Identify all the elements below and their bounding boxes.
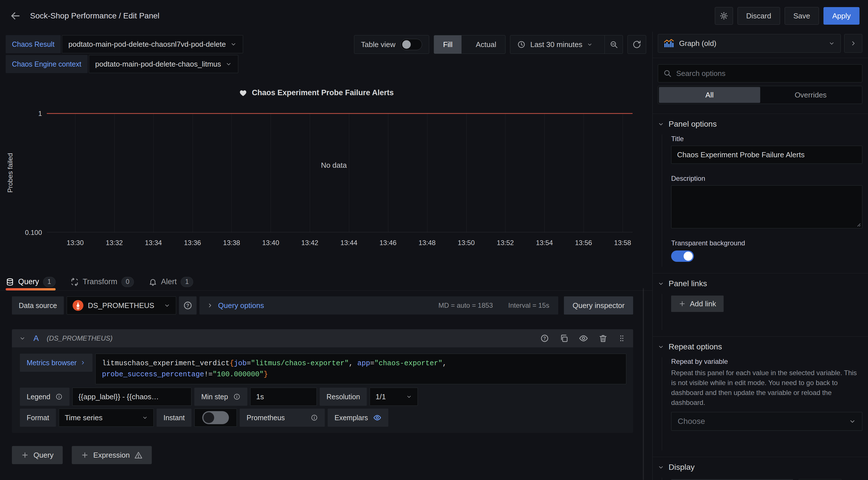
hide-query-icon[interactable] [579,334,588,343]
options-search[interactable] [658,64,862,82]
options-search-input[interactable] [676,69,857,78]
repeat-variable-select[interactable]: Choose [671,412,862,431]
add-link-button[interactable]: Add link [671,296,724,312]
repeat-help-text: Repeat this panel for each value in the … [671,368,861,408]
duplicate-query-icon[interactable] [559,334,568,343]
save-button[interactable]: Save [785,7,819,25]
transparent-bg-label: Transparent background [671,239,862,247]
query-inspector-button[interactable]: Query inspector [564,297,633,314]
time-range-group: Last 30 minutes [510,35,623,54]
back-button[interactable] [8,9,22,23]
fill-option[interactable]: Fill [434,35,462,54]
gridline [114,113,115,232]
visualization-picker[interactable]: Graph (old) [658,34,841,53]
add-query-button[interactable]: Query [12,446,63,464]
legend-format-input[interactable]: {{app_label}} - {{chaos… [72,388,191,406]
chevron-down-icon [849,418,856,425]
plus-icon [21,451,29,459]
prometheus-icon [73,300,83,311]
panel-description-input[interactable] [672,185,862,228]
x-axis-tick: 13:52 [497,239,514,247]
tab-badge: 1 [181,277,193,287]
actual-option[interactable]: Actual [467,35,505,54]
repeat-by-variable-label: Repeat by variable [671,357,862,366]
sub-toolbar: Chaos Result podtato-main-pod-delete-cha… [0,32,652,75]
query-help-icon[interactable]: ? [540,334,549,343]
table-view-control[interactable]: Table view [354,35,429,54]
variable-value-dropdown[interactable]: podtato-main-pod-delete-chaosnl7vd-pod-d… [62,35,243,53]
repeat-options-header[interactable]: Repeat options [658,342,862,351]
apply-button[interactable]: Apply [824,7,860,25]
plot-area[interactable]: No data 13:3013:3213:3413:3613:3813:4013… [47,113,632,232]
main-pane: Chaos Result podtato-main-pod-delete-cha… [0,32,652,480]
tab-alert[interactable]: Alert 1 [149,273,193,290]
variable-chaos-engine-context: Chaos Engine context podtato-main-pod-de… [6,55,243,73]
panel-settings-button[interactable] [715,7,733,25]
chevron-down-icon [829,40,835,46]
info-circle-icon [55,393,63,400]
delete-query-icon[interactable] [598,334,608,343]
display-header[interactable]: Display [658,463,862,472]
section-repeat-options: Repeat options Repeat by variable Repeat… [653,336,868,450]
chevron-down-icon [658,121,664,127]
filter-tab-overrides[interactable]: Overrides [760,87,862,103]
exemplars-eye-icon[interactable] [373,413,381,422]
transparent-bg-toggle[interactable] [671,250,694,262]
instant-toggle[interactable] [202,411,229,424]
refresh-button[interactable] [627,35,646,54]
tab-query[interactable]: Query 1 [6,273,56,290]
transform-icon [70,278,79,286]
collapse-options-button[interactable] [844,34,862,53]
panel-links-header[interactable]: Panel links [658,279,862,288]
query-row-header[interactable]: A (DS_PROMETHEUS) ? [12,329,633,347]
x-axis-tick: 13:38 [223,239,240,247]
filter-tab-all[interactable]: All [659,87,760,103]
resize-handle-icon[interactable] [856,222,861,227]
datasource-help-button[interactable]: ? [179,297,196,314]
variable-chaos-result: Chaos Result podtato-main-pod-delete-cha… [6,35,243,53]
datasource-row: Data source DS_PROMETHEUS ? Query option… [12,297,633,314]
x-axis-tick: 13:42 [301,239,318,247]
zoom-out-button[interactable] [604,35,623,54]
format-label: Format [20,409,56,427]
min-step-label: Min step [194,388,247,406]
panel-title-input[interactable] [671,146,862,164]
bell-icon [149,278,157,286]
options-filter-tabs: All Overrides [658,86,862,104]
no-data-message: No data [321,161,347,170]
discard-button[interactable]: Discard [738,7,780,25]
promql-expression-input[interactable]: litmuschaos_experiment_verdict{job="litm… [95,354,626,384]
plus-icon [81,451,89,459]
search-icon [663,69,672,78]
gridline [427,113,428,232]
chevron-down-icon [658,280,664,287]
tab-label: Alert [161,277,177,286]
y-axis-label: Probes failed [6,153,14,193]
gridline [153,113,154,232]
editor-actions-row: Query Expression [12,446,633,464]
resolution-select[interactable]: 1/1 [370,388,418,406]
metrics-browser-button[interactable]: Metrics browser [20,354,92,372]
datasource-picker[interactable]: DS_PROMETHEUS [67,297,176,314]
instant-label: Instant [157,409,191,427]
panel-header[interactable]: Chaos Experiment Probe Failure Alerts [0,89,632,97]
section-display: Display Bars [653,457,868,480]
table-view-toggle[interactable] [401,39,422,50]
min-step-input[interactable]: 1s [250,388,317,406]
tab-transform[interactable]: Transform 0 [70,273,134,290]
chevron-down-icon[interactable] [19,335,26,341]
gridline [310,113,310,232]
add-expression-button[interactable]: Expression [72,446,152,464]
query-options-toggle[interactable]: Query options [218,301,264,310]
panel-options-header[interactable]: Panel options [658,119,862,129]
time-range-picker[interactable]: Last 30 minutes [510,35,599,54]
x-axis-tick: 13:34 [145,239,162,247]
query-options-strip: Query options MD = auto = 1853 Interval … [199,297,559,314]
editor-scrollbar[interactable] [643,288,644,480]
top-bar: Sock-Shop Performance / Edit Panel Disca… [0,0,868,32]
help-circle-icon: ? [183,301,193,310]
section-panel-links: Panel links Add link [653,273,868,330]
format-select[interactable]: Time series [59,409,154,427]
drag-handle-icon[interactable] [618,334,626,343]
variable-value-dropdown[interactable]: podtato-main-pod-delete-chaos_litmus [89,55,239,73]
